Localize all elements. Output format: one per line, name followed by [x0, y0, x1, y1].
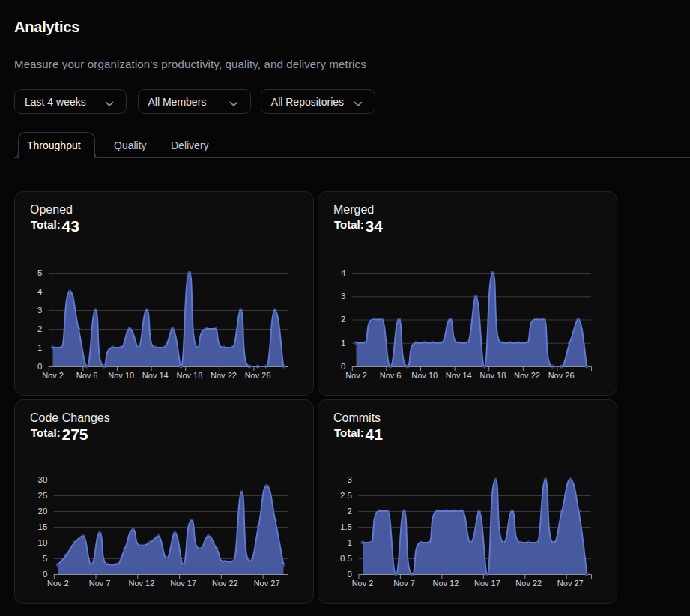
svg-text:Nov 12: Nov 12 [128, 579, 154, 588]
svg-text:2: 2 [341, 315, 345, 324]
svg-text:5: 5 [37, 268, 42, 277]
svg-text:3: 3 [348, 475, 352, 484]
svg-text:3: 3 [37, 306, 42, 315]
svg-text:2: 2 [348, 507, 352, 516]
svg-text:20: 20 [38, 507, 48, 516]
svg-text:Nov 22: Nov 22 [212, 579, 238, 588]
svg-text:2: 2 [37, 324, 42, 333]
svg-text:Nov 10: Nov 10 [411, 371, 438, 380]
svg-text:Nov 2: Nov 2 [42, 371, 64, 380]
svg-text:0: 0 [341, 362, 345, 371]
svg-text:Nov 14: Nov 14 [446, 371, 472, 380]
svg-text:Nov 6: Nov 6 [380, 371, 402, 380]
svg-text:Nov 26: Nov 26 [548, 371, 575, 380]
svg-text:0.5: 0.5 [340, 554, 352, 563]
svg-text:Nov 2: Nov 2 [345, 371, 367, 380]
svg-text:Nov 2: Nov 2 [47, 579, 69, 588]
svg-text:30: 30 [38, 475, 48, 484]
svg-text:Nov 18: Nov 18 [479, 371, 506, 380]
svg-text:1: 1 [348, 538, 352, 547]
svg-text:15: 15 [38, 522, 48, 531]
svg-text:Nov 6: Nov 6 [76, 371, 98, 380]
svg-text:10: 10 [38, 538, 48, 547]
svg-text:25: 25 [38, 491, 48, 500]
svg-text:Nov 7: Nov 7 [89, 579, 111, 588]
svg-text:Nov 27: Nov 27 [557, 579, 584, 588]
svg-text:Nov 26: Nov 26 [245, 371, 271, 380]
svg-text:Nov 10: Nov 10 [108, 371, 134, 380]
svg-text:3: 3 [341, 292, 345, 301]
svg-text:Nov 12: Nov 12 [432, 579, 459, 588]
svg-text:1: 1 [341, 339, 345, 348]
svg-text:Nov 22: Nov 22 [211, 371, 237, 380]
svg-text:Nov 17: Nov 17 [474, 579, 500, 588]
svg-text:4: 4 [37, 287, 43, 296]
svg-text:5: 5 [43, 554, 47, 563]
svg-text:Nov 27: Nov 27 [254, 579, 280, 588]
svg-text:0: 0 [348, 570, 352, 579]
svg-text:2.5: 2.5 [340, 491, 352, 500]
svg-text:Nov 22: Nov 22 [514, 371, 540, 380]
svg-text:Nov 18: Nov 18 [176, 371, 202, 380]
svg-text:Nov 17: Nov 17 [170, 579, 196, 588]
svg-text:Nov 2: Nov 2 [352, 579, 374, 588]
svg-text:Nov 7: Nov 7 [393, 579, 415, 588]
svg-text:1: 1 [37, 343, 42, 352]
svg-text:Nov 14: Nov 14 [142, 371, 169, 380]
svg-text:Nov 22: Nov 22 [515, 579, 542, 588]
svg-text:0: 0 [37, 362, 42, 371]
svg-text:4: 4 [341, 268, 346, 277]
svg-text:0: 0 [43, 570, 47, 579]
svg-text:1.5: 1.5 [340, 522, 352, 531]
